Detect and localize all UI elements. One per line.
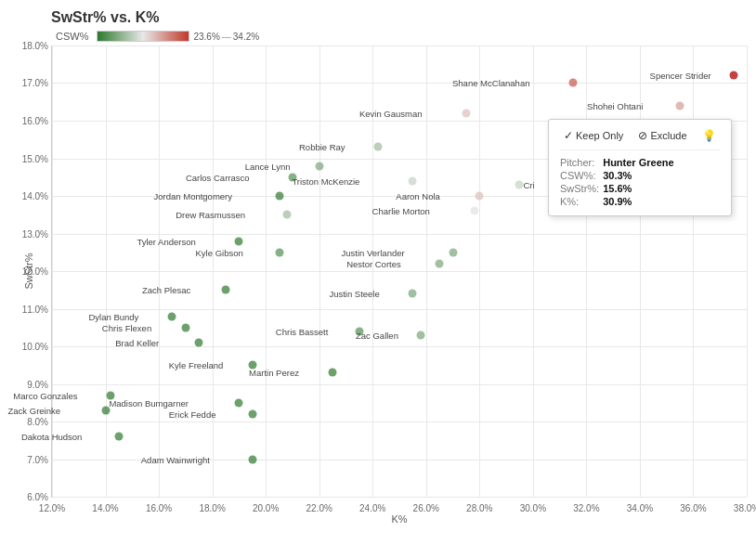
x-tick-label: 12.0% (39, 503, 65, 513)
y-tick-label: 17.0% (22, 78, 48, 88)
grid-line-v (213, 45, 214, 497)
x-axis-label: K% (391, 513, 407, 525)
data-dot[interactable] (515, 180, 524, 188)
data-dot[interactable] (476, 191, 484, 200)
grid-line-v (747, 45, 748, 497)
grid-line-v (479, 45, 480, 497)
data-dot[interactable] (222, 286, 230, 294)
data-dot[interactable] (283, 211, 292, 219)
plot-area: SwStr% K% 6.0%7.0%8.0%9.0%10.0%11.0%12.0… (51, 45, 747, 498)
grid-line-v (52, 45, 53, 497)
grid-line-v (640, 45, 641, 497)
y-tick-label: 11.0% (22, 304, 48, 314)
x-tick-label: 14.0% (92, 503, 118, 513)
dot-label: Chris Flexen (102, 322, 151, 332)
x-tick-label: 36.0% (680, 503, 706, 513)
dot-label: Dylan Bundy (88, 311, 138, 321)
data-dot[interactable] (436, 259, 444, 267)
lightbulb-icon: 💡 (702, 129, 716, 142)
grid-line-v (533, 45, 534, 497)
data-dot[interactable] (355, 327, 363, 335)
y-tick-label: 14.0% (22, 190, 48, 201)
checkmark-icon: ✓ (564, 129, 573, 142)
x-tick-label: 22.0% (306, 503, 332, 513)
dot-label: Chris Bassett (276, 326, 329, 336)
data-dot[interactable] (235, 237, 243, 245)
tooltip-row: SwStr%:15.6% (560, 182, 678, 195)
data-dot[interactable] (462, 109, 470, 117)
keep-only-button[interactable]: ✓ Keep Only (560, 127, 627, 144)
data-dot[interactable] (275, 191, 283, 200)
data-dot[interactable] (168, 312, 176, 320)
x-tick-label: 16.0% (146, 503, 172, 513)
data-dot[interactable] (181, 323, 189, 331)
data-dot[interactable] (409, 176, 417, 185)
y-tick-label: 9.0% (27, 379, 48, 389)
grid-line-v (586, 45, 587, 497)
exclude-button[interactable]: ⊘ Exclude (634, 127, 690, 144)
dot-label: Spencer Strider (650, 71, 711, 81)
x-tick-label: 30.0% (520, 503, 546, 513)
dot-label: Madison Bumgarner (109, 397, 189, 408)
data-dot[interactable] (248, 361, 256, 370)
data-dot[interactable] (107, 391, 115, 399)
exclude-icon: ⊘ (638, 129, 647, 142)
grid-line-v (266, 45, 267, 497)
dot-label: Marco Gonzales (13, 390, 77, 400)
keep-only-label: Keep Only (576, 130, 623, 141)
dot-label: Martin Perez (249, 368, 299, 378)
dot-label: Erick Fedde (169, 409, 216, 419)
data-dot[interactable] (288, 173, 296, 181)
tooltip-row: Pitcher:Hunter Greene (560, 156, 678, 169)
data-dot[interactable] (315, 162, 323, 170)
tooltip-body: Pitcher:Hunter GreeneCSW%:30.3%SwStr%:15… (560, 156, 720, 208)
dot-label: Lance Lynn (245, 161, 291, 171)
dot-label: Zach Plesac (142, 285, 190, 295)
info-button[interactable]: 💡 (698, 127, 720, 144)
dot-label: Robbie Ray (299, 142, 345, 152)
data-dot[interactable] (275, 248, 283, 256)
data-dot[interactable] (329, 369, 337, 377)
data-dot[interactable] (101, 406, 110, 414)
tooltip: ✓ Keep Only ⊘ Exclude 💡 Pitcher:Hunter G… (548, 119, 732, 216)
data-dot[interactable] (569, 79, 578, 87)
data-dot[interactable] (676, 101, 684, 110)
grid-line-v (319, 45, 320, 497)
grid-line-v (426, 45, 427, 497)
data-dot[interactable] (235, 398, 243, 407)
data-dot[interactable] (449, 248, 457, 256)
x-tick-label: 34.0% (627, 503, 653, 513)
x-tick-label: 18.0% (199, 503, 225, 513)
legend-max: 34.2% (233, 32, 259, 42)
data-dot[interactable] (729, 71, 737, 80)
dot-label: Kevin Gausman (359, 108, 423, 118)
data-dot[interactable] (114, 433, 123, 441)
dot-label: Charlie Morton (372, 206, 430, 216)
data-dot[interactable] (248, 409, 256, 418)
legend-area: CSW% 23.6% — 34.2% (56, 31, 747, 42)
dot-label: Carlos Carrasco (186, 172, 250, 182)
x-tick-label: 28.0% (466, 503, 492, 513)
dot-label: Drew Rasmussen (176, 210, 245, 220)
grid-line-h (52, 234, 747, 235)
tooltip-row: CSW%:30.3% (560, 169, 678, 182)
grid-line-h (52, 83, 747, 84)
data-dot[interactable] (373, 143, 382, 151)
exclude-label: Exclude (650, 130, 686, 141)
y-tick-label: 8.0% (27, 417, 48, 427)
dot-label: Kyle Gibson (196, 247, 243, 257)
data-dot[interactable] (409, 290, 417, 298)
data-dot[interactable] (248, 455, 256, 463)
y-tick-label: 13.0% (22, 228, 48, 239)
grid-line-v (159, 45, 160, 497)
data-dot[interactable] (195, 338, 203, 346)
data-dot[interactable] (417, 331, 425, 339)
dot-label: Kyle Freeland (169, 360, 224, 370)
data-dot[interactable] (470, 207, 478, 215)
dot-label: Triston McKenzie (292, 175, 359, 186)
y-tick-label: 16.0% (22, 115, 48, 125)
dot-label: Shohei Ohtani (587, 100, 643, 110)
x-tick-label: 38.0% (734, 503, 756, 513)
y-tick-label: 7.0% (27, 454, 48, 464)
tooltip-table: Pitcher:Hunter GreeneCSW%:30.3%SwStr%:15… (560, 156, 678, 208)
